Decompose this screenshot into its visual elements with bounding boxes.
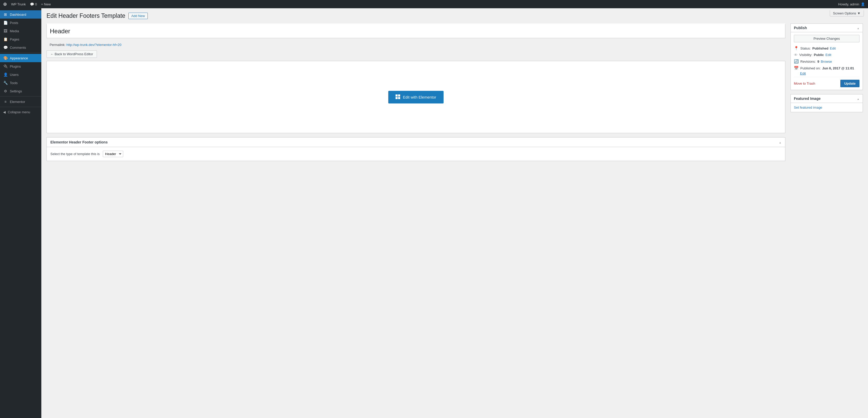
elementor-grid-icon: [396, 95, 400, 100]
calendar-icon: 📅: [794, 66, 799, 70]
howdy-label: Howdy, admin: [838, 2, 859, 6]
sidebar: ⊞ Dashboard 📄 Posts 🖼 Media 📋 Pages 💬 Co…: [0, 8, 41, 418]
admin-avatar[interactable]: 👤: [861, 2, 865, 6]
sidebar-item-comments[interactable]: 💬 Comments: [0, 43, 41, 51]
wp-logo-icon[interactable]: ⊕: [3, 1, 7, 7]
published-on-label: Published on:: [800, 66, 821, 70]
visibility-value: Public: [814, 53, 824, 57]
metabox-collapse-icon: [779, 140, 781, 144]
page-title: Edit Header Footers Template: [46, 12, 125, 20]
dashboard-icon: ⊞: [3, 12, 8, 16]
elementor-options-metabox-header[interactable]: Elementor Header Footer options: [47, 138, 785, 147]
sidebar-item-users[interactable]: 👤 Users: [0, 70, 41, 79]
template-type-row: Select the type of template this is Head…: [51, 151, 781, 157]
comments-link[interactable]: 💬 0: [30, 2, 37, 6]
page-header: Edit Header Footers Template Add New: [46, 12, 863, 20]
status-row: 📍 Status: Published Edit: [794, 45, 860, 51]
side-column: Publish Preview Changes 📍 Status: Publis…: [790, 24, 863, 116]
collapse-icon: ◀: [3, 110, 6, 114]
sidebar-item-label: Settings: [10, 89, 22, 93]
screen-options-wrap: Screen Options ▼: [826, 8, 868, 19]
update-button[interactable]: Update: [840, 80, 860, 87]
sidebar-item-label: Posts: [10, 21, 18, 25]
comments-icon: 💬: [3, 45, 8, 49]
template-type-select[interactable]: Header Footer Custom: [103, 151, 123, 157]
revisions-icon: 🔄: [794, 59, 799, 64]
sidebar-item-dashboard[interactable]: ⊞ Dashboard: [0, 10, 41, 19]
sidebar-item-label: Elementor: [10, 100, 25, 104]
sidebar-item-pages[interactable]: 📋 Pages: [0, 35, 41, 43]
sidebar-item-elementor[interactable]: ≡ Elementor: [0, 98, 41, 106]
template-type-label: Select the type of template this is: [51, 152, 100, 156]
published-on-row: 📅 Published on: Jun 6, 2017 @ 11:01: [794, 65, 860, 71]
featured-image-box: Featured Image Set featured image: [790, 94, 863, 112]
post-title-input[interactable]: [50, 28, 782, 35]
svg-rect-3: [398, 97, 400, 99]
published-on-edit-link[interactable]: Edit: [800, 71, 806, 75]
sidebar-item-media[interactable]: 🖼 Media: [0, 27, 41, 35]
status-edit-link[interactable]: Edit: [830, 46, 836, 50]
publish-box-title: Publish: [794, 26, 807, 30]
sidebar-item-settings[interactable]: ⚙ Settings: [0, 87, 41, 95]
admin-bar: ⊕ WP Trunk 💬 0 + New Howdy, admin 👤: [0, 0, 868, 8]
elementor-options-title: Elementor Header Footer options: [51, 140, 108, 144]
revisions-browse-link[interactable]: Browse: [821, 60, 832, 64]
permalink-label: Permalink:: [50, 43, 65, 47]
publish-actions: Move to Trash Update: [794, 77, 860, 87]
move-to-trash-link[interactable]: Move to Trash: [794, 81, 815, 85]
preview-changes-button[interactable]: Preview Changes: [794, 35, 860, 42]
posts-icon: 📄: [3, 21, 8, 25]
comment-bubble-icon: 💬: [30, 2, 34, 6]
publish-box-header: Publish: [791, 24, 863, 32]
status-icon: 📍: [794, 46, 799, 50]
published-on-value: Jun 6, 2017 @ 11:01: [822, 66, 854, 70]
sidebar-item-label: Comments: [10, 46, 26, 49]
featured-image-title: Featured Image: [794, 97, 820, 101]
main-content: Edit Header Footers Template Add New Per…: [41, 8, 868, 418]
svg-rect-1: [398, 95, 400, 97]
settings-icon: ⚙: [3, 89, 8, 93]
tools-icon: 🔧: [3, 81, 8, 85]
svg-rect-0: [396, 95, 398, 97]
status-value: Published: [812, 46, 828, 50]
set-featured-image-link[interactable]: Set featured image: [794, 106, 822, 109]
back-to-wordpress-editor-button[interactable]: ← Back to WordPress Editor: [46, 50, 97, 58]
sidebar-item-appearance[interactable]: 🎨 Appearance: [0, 54, 41, 62]
elementor-options-metabox: Elementor Header Footer options Select t…: [46, 137, 785, 161]
content-wrap: Permalink: http://wp-trunk.dev/?elemento…: [46, 24, 863, 165]
revisions-value: 9: [817, 60, 819, 64]
sidebar-item-tools[interactable]: 🔧 Tools: [0, 79, 41, 87]
status-label: Status:: [800, 46, 811, 50]
sidebar-item-posts[interactable]: 📄 Posts: [0, 19, 41, 27]
visibility-edit-link[interactable]: Edit: [826, 53, 831, 57]
sidebar-item-label: Media: [10, 29, 19, 33]
revisions-label: Revisions:: [800, 60, 816, 64]
publish-box-collapse-icon: [857, 26, 860, 30]
publish-box: Publish Preview Changes 📍 Status: Publis…: [790, 24, 863, 90]
pages-icon: 📋: [3, 37, 8, 41]
screen-options-label: Screen Options: [833, 11, 857, 15]
edit-with-elementor-button[interactable]: Edit with Elementor: [388, 91, 443, 103]
permalink-link[interactable]: http://wp-trunk.dev/?elementor-hf=20: [66, 43, 121, 47]
screen-options-button[interactable]: Screen Options ▼: [830, 10, 864, 16]
sidebar-item-plugins[interactable]: 🔌 Plugins: [0, 62, 41, 70]
publish-box-body: Preview Changes 📍 Status: Published Edit…: [791, 32, 863, 90]
sidebar-item-label: Plugins: [10, 65, 21, 68]
sidebar-item-label: Pages: [10, 37, 20, 41]
new-content-link[interactable]: + New: [41, 2, 51, 6]
collapse-menu-button[interactable]: ◀ Collapse menu: [0, 108, 41, 116]
editor-preview-area: Edit with Elementor: [46, 61, 785, 133]
plugins-icon: 🔌: [3, 64, 8, 68]
visibility-row: 👁 Visibility: Public Edit: [794, 51, 860, 58]
appearance-icon: 🎨: [3, 56, 8, 60]
post-title-box: [46, 24, 785, 38]
svg-rect-2: [396, 97, 398, 99]
main-column: Permalink: http://wp-trunk.dev/?elemento…: [46, 24, 785, 165]
users-icon: 👤: [3, 72, 8, 77]
featured-image-box-header: Featured Image: [791, 95, 863, 103]
media-icon: 🖼: [3, 29, 8, 33]
site-name[interactable]: WP Trunk: [11, 2, 26, 6]
sidebar-item-label: Appearance: [10, 56, 28, 60]
visibility-label: Visibility:: [799, 53, 812, 57]
add-new-button[interactable]: Add New: [128, 13, 148, 19]
